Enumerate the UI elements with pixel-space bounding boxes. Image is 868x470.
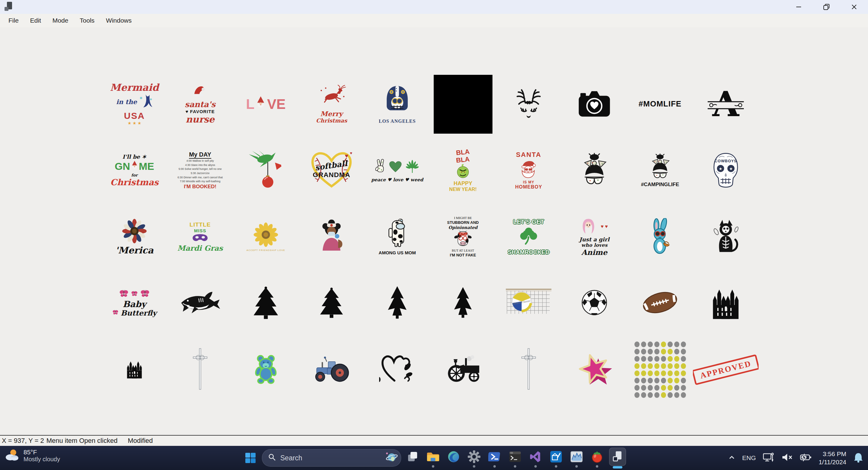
taskbar-app-terminal[interactable] [506,448,524,468]
design-gnome-for-christmas[interactable]: I'll be ✶GNMEforChristmas [101,137,167,204]
taskbar-app-visual-studio[interactable] [527,448,545,468]
search-input[interactable]: Search [262,449,401,467]
app-window-icon [3,1,14,13]
design-pine-tree-silhouette-1[interactable] [364,270,430,336]
design-merica-sunflower[interactable]: 'Merica [101,204,167,270]
design-soccer-ball[interactable] [561,270,627,336]
tray-time: 3:56 PM [818,450,846,458]
sun-behind-cloud-icon [4,448,20,463]
design-campinglife-messy-bun[interactable]: #CAMPINGLIFE [627,137,693,204]
design-shark[interactable] [167,270,233,336]
design-text: USA [124,111,145,121]
design-love-gnome[interactable]: LVE [233,71,299,137]
design-pine-tree-silhouette-2[interactable] [430,270,496,336]
design-camera-heart[interactable] [561,71,627,137]
design-just-a-girl-who-loves-anime[interactable]: ♥ ♥Just a girlwho lovesAnime [561,204,627,270]
deerface-graphic [513,87,545,122]
taskbar-app-task-view[interactable] [404,448,422,468]
design-dabbing-bunny-sunglasses[interactable] [627,204,693,270]
design-text: I'M BOOKED! [184,184,216,189]
design-tribal-heart-flourish[interactable] [364,336,430,403]
taskbar-app-microsoft-edge[interactable] [444,448,463,468]
design-stubborn-cow[interactable]: I MIGHT BESTUBBORN ANDOpinionatedBUT AT … [430,204,496,270]
taskbar-app-design-app[interactable] [609,448,627,469]
design-cross-survey-marker-2[interactable] [496,336,561,403]
design-bla-bla-grinch-new-year[interactable]: BLABLAHAPPYNEW YEAR! [430,137,496,204]
soccer-graphic [581,289,608,318]
design-momlife[interactable]: #MOMLIFE [627,71,693,137]
design-mermaid-in-the-usa[interactable]: Mermaidin theUSA★ ★ ★ [101,71,167,137]
design-teddy-bear-blue-green[interactable] [233,336,299,403]
design-text: Just a girl [579,237,610,242]
modified-indicator: Modified [128,437,153,445]
design-los-angeles-skull-helmet[interactable]: LOS ANGELES [364,71,430,137]
menu-item-mode[interactable]: Mode [53,17,68,24]
taskbar-app-performance-monitor[interactable] [567,448,586,468]
taskbar-app-package-app[interactable] [547,448,565,468]
design-among-us-mom[interactable]: AMONG US MOM [364,204,430,270]
design-temple-silhouette-large[interactable] [693,270,758,336]
design-grinch-hand-ornament[interactable] [233,137,299,204]
design-baby-butterfly[interactable]: BabyButterfly [101,270,167,336]
design-football[interactable] [627,270,693,336]
menu-item-tools[interactable]: Tools [80,17,95,24]
notification-bell-icon[interactable] [853,452,864,464]
design-reindeer-face-bow[interactable] [496,71,561,137]
taskbar-app-settings[interactable] [465,448,483,468]
santahat-graphic [190,84,210,100]
design-merry-christmas-reindeer[interactable]: MerryChristmas [299,71,364,137]
status-message: Menu item Open clicked [46,437,118,445]
running-indicator [575,465,578,468]
design-split-monogram-a[interactable]: A [693,71,758,137]
design-skeleton-cat[interactable] [693,204,758,270]
start-button[interactable] [241,450,259,466]
design-my-day-im-booked[interactable]: My DAY4:00 Wallow in self pity4:30 Stare… [167,137,233,204]
svg-text:♥: ♥ [345,153,348,159]
svg-text:GRANDMA: GRANDMA [313,171,350,179]
menu-item-file[interactable]: File [8,17,19,24]
design-peace-love-weed[interactable]: peace ♥ love ♥ weed [364,137,430,204]
design-approved-stamp[interactable]: APPROVED [693,336,758,403]
taskbar-app-file-explorer[interactable] [424,448,442,468]
design-messy-bun-christmas[interactable] [561,137,627,204]
design-christmas-tree-silhouette-1[interactable] [233,270,299,336]
clock[interactable]: 3:56 PM 1/11/2024 [818,450,846,466]
design-cross-survey-marker-1[interactable] [167,336,233,403]
design-text: BLA [456,156,470,164]
design-text: BUT AT LEAST [452,249,474,253]
design-text: 6:30 Dinner with me, can't cancel that [178,176,223,179]
design-dot-grid-pattern[interactable] [627,336,693,403]
volume-muted-icon[interactable] [781,452,793,464]
design-tractor-blue[interactable] [299,336,364,403]
design-vintage-tractor[interactable] [430,336,496,403]
battery-charging-icon[interactable] [800,453,812,463]
design-black-square[interactable] [430,71,496,137]
restore-button[interactable] [812,0,840,14]
design-text: STUBBORN AND [447,221,479,225]
design-christmas-tree-silhouette-2[interactable] [299,270,364,336]
design-text: SANTA [516,151,541,158]
design-row: ♥ ♥ [581,217,608,236]
design-text: peace ♥ love ♥ weed [371,178,424,182]
design-lets-get-shamrocked[interactable]: LET'S GETSHAMROCKED [496,204,561,270]
design-cowboys-sugar-skull[interactable]: COWBOYS★★ [693,137,758,204]
hidden-icons-chevron[interactable] [728,454,736,462]
design-softball-grandma[interactable]: softballGRANDMA♥♥ [299,137,364,204]
design-temple-silhouette-small[interactable] [101,336,167,403]
design-volleyball-over-net[interactable]: Beach Classic [496,270,561,336]
design-nurse-strong[interactable] [299,204,364,270]
close-button[interactable] [840,0,868,14]
design-santas-favorite-nurse[interactable]: santa's♥ FAVORITEnurse [167,71,233,137]
design-santa-is-my-homeboy[interactable]: SANTAIS MYHOMEBOY [496,137,561,204]
language-indicator[interactable]: ENG [742,454,756,462]
minimize-button[interactable] [785,0,812,14]
menu-item-edit[interactable]: Edit [30,17,41,24]
design-little-miss-mardi-gras[interactable]: LITTLEMISSMardi Gras [167,204,233,270]
display-pen-icon[interactable] [763,452,775,464]
design-pink-star[interactable] [561,336,627,403]
menu-item-windows[interactable]: Windows [106,17,132,24]
design-sunflower-faint[interactable]: ACCEPT FRIENDSHIP LOVE [233,204,299,270]
taskbar-app-powershell[interactable] [486,448,504,468]
weather-widget[interactable]: 85°F Mostly cloudy [4,448,60,463]
taskbar-app-pomodoro-timer[interactable] [588,448,606,468]
